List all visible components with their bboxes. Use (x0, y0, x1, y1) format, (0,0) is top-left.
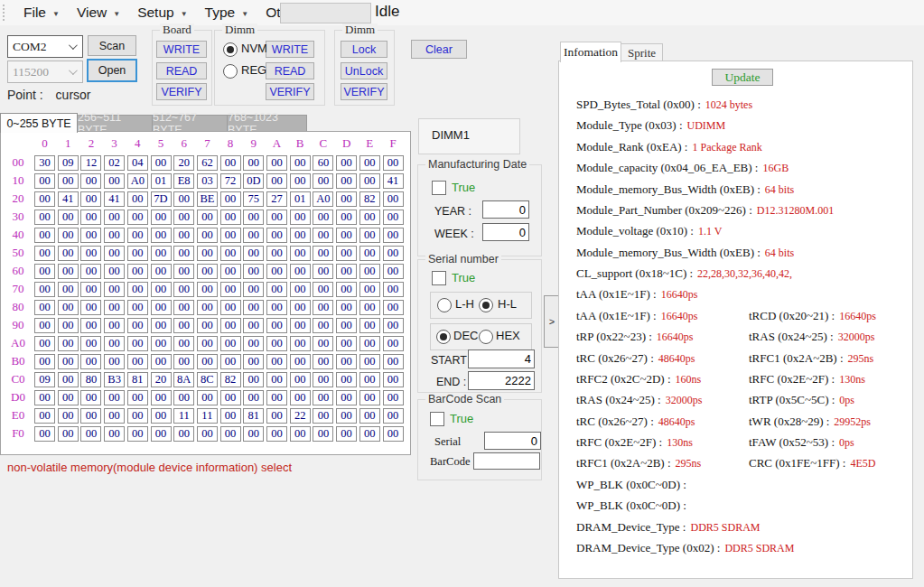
hex-cell-90-E[interactable]: 00 (359, 318, 380, 333)
hex-cell-A0-A[interactable]: 00 (266, 336, 287, 351)
hex-cell-90-2[interactable]: 00 (80, 318, 101, 333)
hex-cell-40-2[interactable]: 00 (80, 228, 101, 243)
hex-cell-C0-C[interactable]: 00 (313, 372, 333, 387)
week-field[interactable] (482, 223, 529, 241)
order-l-h-radio[interactable] (437, 298, 452, 312)
hex-cell-50-8[interactable]: 00 (220, 246, 241, 261)
hex-cell-B0-C[interactable]: 00 (313, 354, 333, 369)
hex-cell-A0-2[interactable]: 00 (80, 336, 101, 351)
hex-cell-30-B[interactable]: 00 (290, 210, 311, 225)
hex-cell-10-5[interactable]: 01 (151, 173, 172, 189)
hex-cell-50-F[interactable]: 00 (383, 246, 404, 261)
hex-cell-10-B[interactable]: 00 (290, 173, 311, 189)
hex-cell-A0-B[interactable]: 00 (290, 336, 311, 351)
hex-cell-90-A[interactable]: 00 (266, 318, 287, 333)
hex-cell-60-5[interactable]: 00 (151, 264, 172, 279)
hex-cell-00-0[interactable]: 30 (34, 155, 55, 171)
hex-cell-10-C[interactable]: 00 (313, 173, 333, 189)
hex-cell-A0-E[interactable]: 00 (359, 336, 380, 351)
hex-cell-80-2[interactable]: 00 (80, 300, 101, 315)
hex-cell-30-6[interactable]: 00 (173, 210, 194, 225)
hex-cell-50-7[interactable]: 00 (197, 246, 218, 261)
hex-cell-F0-D[interactable]: 00 (336, 426, 357, 442)
hex-cell-00-6[interactable]: 20 (173, 155, 194, 171)
hex-cell-30-1[interactable]: 00 (58, 210, 79, 225)
dimm-verify-button[interactable]: VERIFY (266, 83, 314, 100)
hex-cell-A0-0[interactable]: 00 (34, 336, 55, 351)
hex-cell-70-1[interactable]: 00 (58, 282, 79, 297)
hex-cell-C0-4[interactable]: 81 (127, 372, 148, 387)
hex-cell-B0-D[interactable]: 00 (336, 354, 357, 369)
hex-cell-C0-F[interactable]: 00 (383, 372, 404, 387)
hex-cell-60-0[interactable]: 00 (34, 264, 55, 279)
hex-cell-50-3[interactable]: 00 (104, 246, 125, 261)
serial-true-checkbox[interactable] (432, 271, 446, 285)
hex-cell-D0-B[interactable]: 00 (290, 390, 311, 405)
hex-cell-60-2[interactable]: 00 (80, 264, 101, 279)
hex-cell-70-E[interactable]: 00 (359, 282, 380, 297)
hex-cell-D0-0[interactable]: 00 (34, 390, 55, 405)
hex-cell-30-9[interactable]: 00 (243, 210, 264, 225)
hex-cell-F0-8[interactable]: 00 (220, 426, 241, 442)
hex-cell-C0-0[interactable]: 09 (34, 372, 55, 387)
menu-item-view[interactable]: View▼ (69, 2, 129, 23)
hex-cell-B0-E[interactable]: 00 (359, 354, 380, 369)
hex-cell-A0-D[interactable]: 00 (336, 336, 357, 351)
hex-cell-50-5[interactable]: 00 (151, 246, 172, 261)
hex-cell-40-7[interactable]: 00 (197, 228, 218, 243)
hex-cell-E0-0[interactable]: 00 (34, 408, 55, 424)
hex-cell-D0-E[interactable]: 00 (359, 390, 380, 405)
hex-cell-F0-0[interactable]: 00 (34, 426, 55, 442)
hex-cell-E0-B[interactable]: 22 (290, 408, 311, 424)
hex-cell-20-8[interactable]: 00 (220, 191, 241, 207)
hex-cell-F0-E[interactable]: 00 (359, 426, 380, 442)
hex-cell-A0-F[interactable]: 00 (383, 336, 404, 351)
hex-cell-E0-C[interactable]: 00 (313, 408, 333, 424)
com-port-select[interactable]: COM2 (7, 35, 83, 58)
manufacturing-true-checkbox[interactable] (432, 181, 446, 195)
hex-cell-C0-6[interactable]: 8A (173, 372, 194, 387)
hex-cell-00-A[interactable]: 00 (266, 155, 287, 171)
hex-cell-30-D[interactable]: 00 (336, 210, 357, 225)
hex-cell-90-9[interactable]: 00 (243, 318, 264, 333)
hex-cell-D0-C[interactable]: 00 (313, 390, 333, 405)
hex-cell-90-8[interactable]: 00 (220, 318, 241, 333)
hex-cell-90-B[interactable]: 00 (290, 318, 311, 333)
hex-cell-80-F[interactable]: 00 (383, 300, 404, 315)
hex-cell-70-D[interactable]: 00 (336, 282, 357, 297)
hex-cell-F0-6[interactable]: 00 (173, 426, 194, 442)
hex-cell-E0-2[interactable]: 00 (80, 408, 101, 424)
hex-cell-40-5[interactable]: 00 (151, 228, 172, 243)
hex-cell-10-E[interactable]: 00 (359, 173, 380, 189)
hex-cell-D0-8[interactable]: 00 (220, 390, 241, 405)
hex-cell-C0-D[interactable]: 00 (336, 372, 357, 387)
hex-cell-40-B[interactable]: 00 (290, 228, 311, 243)
hex-cell-90-4[interactable]: 00 (127, 318, 148, 333)
hex-cell-F0-1[interactable]: 00 (58, 426, 79, 442)
hex-cell-70-2[interactable]: 00 (80, 282, 101, 297)
hex-cell-00-D[interactable]: 00 (336, 155, 357, 171)
hex-cell-E0-F[interactable]: 00 (383, 408, 404, 424)
hex-cell-50-2[interactable]: 00 (80, 246, 101, 261)
hex-cell-80-B[interactable]: 00 (290, 300, 311, 315)
hex-cell-00-E[interactable]: 00 (359, 155, 380, 171)
hex-cell-70-3[interactable]: 00 (104, 282, 125, 297)
hex-cell-B0-9[interactable]: 00 (243, 354, 264, 369)
hex-cell-60-8[interactable]: 00 (220, 264, 241, 279)
clear-button[interactable]: Clear (411, 40, 467, 59)
hex-cell-10-0[interactable]: 00 (34, 173, 55, 189)
tab-0-255-byte[interactable]: 0~255 BYTE (0, 113, 78, 133)
hex-cell-70-C[interactable]: 00 (313, 282, 333, 297)
hex-cell-00-2[interactable]: 12 (80, 155, 101, 171)
hex-cell-30-4[interactable]: 00 (127, 210, 148, 225)
hex-cell-70-6[interactable]: 00 (173, 282, 194, 297)
hex-cell-30-C[interactable]: 00 (313, 210, 333, 225)
hex-cell-F0-5[interactable]: 00 (151, 426, 172, 442)
hex-cell-90-3[interactable]: 00 (104, 318, 125, 333)
hex-cell-80-C[interactable]: 00 (313, 300, 333, 315)
hex-cell-F0-C[interactable]: 00 (313, 426, 333, 442)
hex-cell-90-D[interactable]: 00 (336, 318, 357, 333)
dimm-reg-radio[interactable] (223, 64, 238, 79)
hex-cell-10-8[interactable]: 72 (220, 173, 241, 189)
hex-cell-40-6[interactable]: 00 (173, 228, 194, 243)
